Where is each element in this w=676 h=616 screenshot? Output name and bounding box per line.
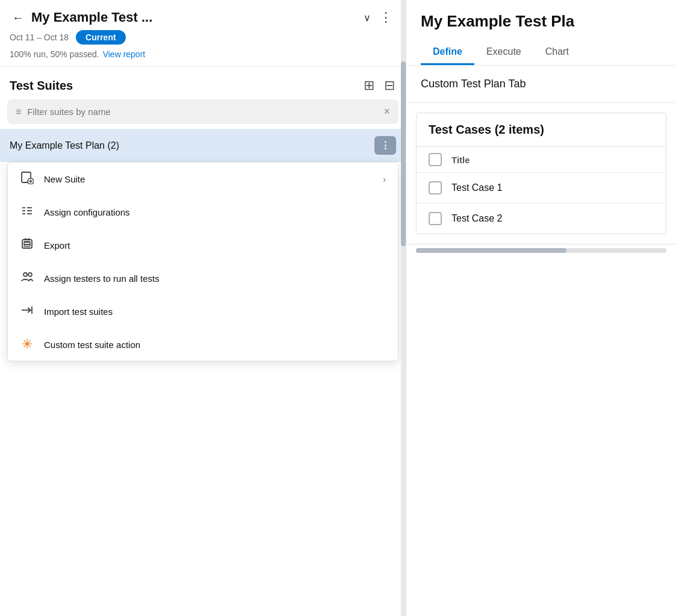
- custom-tab-content: Custom Test Plan Tab: [406, 66, 676, 103]
- context-menu: New Suite › Assign configurations: [7, 162, 398, 361]
- select-all-checkbox[interactable]: [429, 153, 442, 166]
- chevron-down-icon[interactable]: ∨: [364, 12, 371, 23]
- current-badge: Current: [76, 30, 126, 45]
- scrollbar-track[interactable]: [401, 0, 406, 616]
- svg-rect-12: [24, 244, 30, 245]
- h-scroll-track: [416, 248, 666, 253]
- stats-row: 100% run, 50% passed. View report: [10, 49, 396, 59]
- menu-item-assign-config[interactable]: Assign configurations: [8, 196, 398, 229]
- more-options-icon[interactable]: ⋮: [376, 10, 396, 25]
- filter-area: ≡ ×: [0, 99, 406, 129]
- menu-item-assign-config-label: Assign configurations: [44, 207, 386, 217]
- menu-item-new-suite-arrow: ›: [383, 175, 386, 184]
- collapse-all-button[interactable]: ⊟: [383, 76, 396, 95]
- back-button[interactable]: ←: [10, 11, 26, 25]
- header-area: ← My Example Test ... ∨ ⋮ Oct 11 – Oct 1…: [0, 0, 406, 67]
- tree-item-label: My Example Test Plan (2): [10, 140, 370, 151]
- tree-item-more-button[interactable]: ⋮: [374, 136, 396, 155]
- table-row[interactable]: Test Case 2: [417, 204, 666, 234]
- right-title: My Example Test Pla: [421, 12, 662, 31]
- tab-define[interactable]: Define: [421, 40, 474, 65]
- tab-execute[interactable]: Execute: [474, 40, 533, 65]
- table-row[interactable]: Test Case 1: [417, 173, 666, 204]
- menu-item-export[interactable]: Export: [8, 229, 398, 262]
- plan-title: My Example Test ...: [31, 10, 359, 25]
- filter-icon: ≡: [16, 107, 21, 117]
- import-icon: [20, 303, 34, 320]
- menu-item-custom-action-label: Custom test suite action: [44, 340, 386, 350]
- scrollbar-thumb: [401, 61, 406, 246]
- expand-all-button[interactable]: ⊞: [362, 76, 376, 95]
- header-top: ← My Example Test ... ∨ ⋮: [10, 10, 396, 25]
- row-1-checkbox[interactable]: [429, 181, 442, 194]
- tc-column-header: Title: [417, 147, 666, 173]
- tabs-row: Define Execute Chart: [421, 40, 662, 65]
- menu-item-new-suite[interactable]: New Suite ›: [8, 163, 398, 196]
- menu-item-import-label: Import test suites: [44, 306, 386, 317]
- test-cases-section: Test Cases (2 items) Title Test Case 1 T…: [416, 113, 666, 234]
- row-1-label: Test Case 1: [451, 182, 502, 193]
- horizontal-scrollbar[interactable]: [406, 244, 676, 257]
- assign-config-icon: [20, 204, 34, 220]
- svg-point-15: [28, 273, 32, 276]
- custom-action-icon: ✳: [20, 337, 34, 352]
- export-icon: [20, 237, 34, 254]
- new-suite-icon: [20, 171, 34, 187]
- tree-item[interactable]: My Example Test Plan (2) ⋮: [0, 129, 406, 162]
- left-panel: ← My Example Test ... ∨ ⋮ Oct 11 – Oct 1…: [0, 0, 406, 616]
- row-2-label: Test Case 2: [451, 213, 502, 224]
- right-header: My Example Test Pla Define Execute Chart: [406, 0, 676, 66]
- menu-item-new-suite-label: New Suite: [44, 174, 373, 184]
- view-report-link[interactable]: View report: [103, 49, 146, 59]
- menu-item-assign-testers-label: Assign testers to run all tests: [44, 273, 386, 284]
- menu-item-export-label: Export: [44, 240, 386, 250]
- stats-text: 100% run, 50% passed.: [10, 49, 99, 59]
- clear-filter-icon[interactable]: ×: [383, 105, 390, 118]
- date-range-text: Oct 11 – Oct 18: [10, 33, 69, 42]
- tab-chart[interactable]: Chart: [533, 40, 581, 65]
- filter-box: ≡ ×: [7, 99, 398, 124]
- title-column-label: Title: [451, 155, 470, 165]
- right-panel: My Example Test Pla Define Execute Chart…: [406, 0, 676, 616]
- menu-item-import[interactable]: Import test suites: [8, 295, 398, 328]
- row-2-checkbox[interactable]: [429, 212, 442, 225]
- filter-input[interactable]: [27, 107, 377, 117]
- svg-point-14: [23, 273, 27, 276]
- date-row: Oct 11 – Oct 18 Current: [10, 30, 396, 45]
- suites-title: Test Suites: [10, 79, 355, 93]
- suites-header: Test Suites ⊞ ⊟: [0, 67, 406, 99]
- menu-item-custom-action[interactable]: ✳ Custom test suite action: [8, 328, 398, 361]
- menu-item-assign-testers[interactable]: Assign testers to run all tests: [8, 262, 398, 295]
- h-scroll-thumb: [416, 248, 566, 253]
- assign-testers-icon: [20, 270, 34, 287]
- test-cases-header: Test Cases (2 items): [417, 113, 666, 147]
